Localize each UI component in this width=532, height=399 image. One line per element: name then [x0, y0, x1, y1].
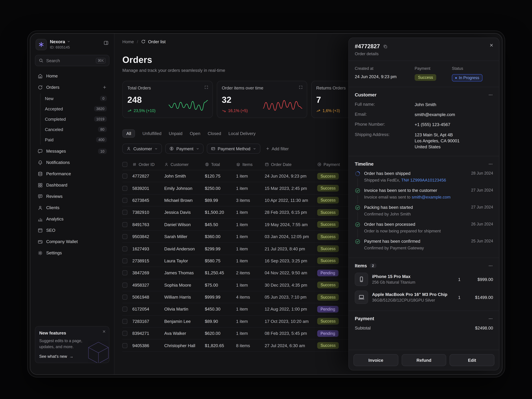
sidebar-item-reviews[interactable]: Reviews	[35, 191, 109, 202]
sidebar-item-seo[interactable]: SEO	[35, 225, 109, 236]
timeline-link[interactable]: smith@example.com	[412, 195, 450, 200]
row-checkbox[interactable]	[122, 343, 127, 348]
breadcrumb-home[interactable]: Home	[122, 39, 134, 44]
person-icon	[164, 162, 169, 167]
row-checkbox[interactable]	[122, 270, 127, 275]
search-shortcut: ⌘K	[96, 58, 106, 63]
refund-button[interactable]: Refund	[402, 354, 446, 366]
close-icon[interactable]	[102, 330, 106, 334]
tab-closed[interactable]: Closed	[208, 131, 221, 136]
sidebar-subitem-count: 1019	[94, 116, 107, 122]
cell-order-id: 1627493	[132, 246, 164, 251]
edit-button[interactable]: Edit	[450, 354, 494, 366]
sidebar-collapse-button[interactable]	[103, 40, 109, 45]
row-checkbox[interactable]	[122, 319, 127, 324]
expand-icon[interactable]	[298, 85, 303, 89]
tab-unpaid[interactable]: Unpaid	[169, 131, 183, 136]
search-box[interactable]: ⌘K	[35, 55, 109, 66]
row-checkbox[interactable]	[122, 234, 127, 239]
timeline-link[interactable]: TN# 1Z999AA10123456	[401, 178, 446, 183]
copy-icon[interactable]	[383, 44, 388, 49]
status-badge: Success	[317, 173, 339, 179]
reviews-icon	[38, 194, 43, 199]
drawer-footer: InvoiceRefundEdit	[349, 350, 499, 370]
column-header-total[interactable]: Total	[205, 162, 236, 167]
payment-section: Payment Subtotal $2498.00	[349, 311, 499, 336]
more-options-icon[interactable]	[488, 161, 493, 166]
cell-order-id: 3847269	[132, 270, 164, 275]
tab-local-delivery[interactable]: Local Delivery	[228, 131, 256, 136]
settings-icon	[38, 250, 43, 256]
timeline-description: Order is now being prepared for shipment	[364, 229, 468, 234]
sidebar-item-performance[interactable]: Performance	[35, 168, 109, 179]
expand-icon[interactable]	[204, 85, 209, 89]
sidebar-item-label: Clients	[46, 205, 59, 210]
tab-all[interactable]: All	[122, 129, 135, 138]
row-checkbox[interactable]	[122, 307, 127, 312]
filter-payment[interactable]: Payment	[165, 144, 203, 154]
cell-order-id: 6273845	[132, 198, 164, 203]
trend-down-icon	[222, 109, 226, 113]
sidebar-item-label: Notifications	[46, 160, 70, 165]
sidebar-item-canceled[interactable]: Canceled 80	[42, 124, 109, 134]
status-badge: Success	[317, 318, 339, 325]
cell-items: 1 item	[236, 307, 265, 312]
sidebar-item-label: Settings	[46, 250, 62, 255]
timeline-event: Invoice has been sent to the customer In…	[355, 188, 493, 200]
sidebar-item-clients[interactable]: Clients	[35, 202, 109, 213]
row-checkbox[interactable]	[122, 246, 127, 251]
sidebar-item-paid[interactable]: Paid 400	[42, 135, 109, 145]
tab-unfulfilled[interactable]: Unfulfilled	[142, 131, 161, 136]
timeline-date: 26 Jun 2024	[468, 222, 493, 234]
sidebar-item-company-wallet[interactable]: Company Wallet	[35, 236, 109, 247]
filter-payment-method[interactable]: Payment Method	[207, 144, 260, 154]
column-header-items[interactable]: Items	[236, 162, 265, 167]
new-features-card: New features Suggest edits to a page, up…	[35, 326, 109, 363]
filter-label: Payment	[176, 146, 193, 151]
sidebar-item-accepted[interactable]: Accepted 3820	[42, 104, 109, 114]
search-input[interactable]	[46, 58, 93, 63]
subtotal-label: Subtotal	[355, 325, 371, 330]
workspace-switcher[interactable]: Nexora ID: 6935145	[35, 38, 109, 55]
row-checkbox[interactable]	[122, 283, 127, 287]
row-checkbox[interactable]	[122, 198, 127, 203]
sidebar-item-messages[interactable]: Messages 10	[35, 146, 109, 157]
sidebar-item-settings[interactable]: Settings	[35, 247, 109, 258]
row-checkbox[interactable]	[122, 295, 127, 300]
select-all-checkbox[interactable]	[122, 162, 127, 167]
messages-icon	[38, 149, 43, 154]
row-checkbox[interactable]	[122, 210, 127, 215]
wallet-icon	[38, 239, 43, 244]
sidebar-item-notifications[interactable]: Notifications	[35, 157, 109, 168]
add-order-button[interactable]	[102, 85, 107, 89]
row-checkbox[interactable]	[122, 258, 127, 263]
orders-subitems: New 0 Accepted 3820 Completed 1019 Cance…	[40, 93, 109, 145]
filter-customer[interactable]: Customer	[122, 144, 162, 154]
sidebar-item-analytics[interactable]: Analytics	[35, 214, 109, 224]
add-filter-button[interactable]: Add filter	[266, 146, 289, 151]
more-options-icon[interactable]	[488, 263, 493, 268]
column-header-customer[interactable]: Customer	[164, 162, 205, 167]
item-price: $999.00	[464, 277, 493, 282]
dollar-icon	[205, 162, 209, 167]
sidebar-item-new[interactable]: New 0	[42, 93, 109, 103]
cell-customer: Sarah Miller	[164, 234, 205, 239]
tab-open[interactable]: Open	[190, 131, 200, 136]
column-header-order-id[interactable]: Order ID	[132, 162, 164, 167]
more-options-icon[interactable]	[488, 92, 493, 97]
invoice-button[interactable]: Invoice	[354, 354, 398, 366]
sidebar-item-orders[interactable]: Orders	[35, 82, 109, 93]
sidebar-item-home[interactable]: Home	[35, 70, 109, 82]
cell-items: 1 item	[236, 258, 265, 263]
row-checkbox[interactable]	[122, 186, 127, 191]
close-drawer-button[interactable]	[489, 43, 494, 48]
sidebar-item-dashboard[interactable]: Dashboard	[35, 180, 109, 190]
cell-total: $120.75	[205, 174, 236, 179]
row-checkbox[interactable]	[122, 222, 127, 227]
sidebar-nav: Home Orders New 0 Accepted 3820 Complete…	[35, 70, 109, 258]
row-checkbox[interactable]	[122, 174, 127, 179]
column-header-order-date[interactable]: Order Date	[265, 162, 317, 167]
more-options-icon[interactable]	[488, 316, 493, 321]
sidebar-item-completed[interactable]: Completed 1019	[42, 114, 109, 124]
row-checkbox[interactable]	[122, 331, 127, 336]
